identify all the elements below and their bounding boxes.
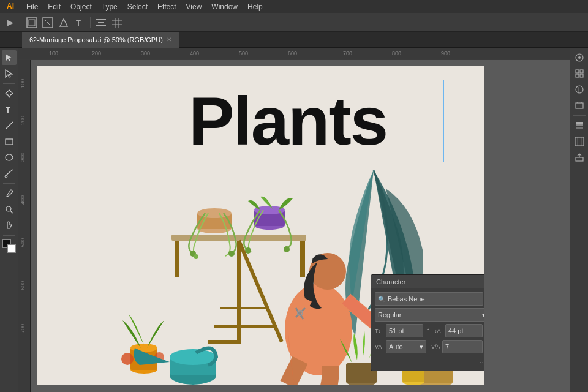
menu-window[interactable]: Window [207, 1, 242, 12]
tool-eyedropper[interactable] [2, 186, 17, 201]
svg-text:500: 500 [239, 50, 248, 56]
menubar: Ai File Edit Object Type Select Effect V… [0, 0, 588, 13]
tool-sep-3 [3, 235, 15, 236]
svg-rect-81 [576, 103, 583, 108]
svg-rect-90 [576, 157, 583, 161]
tracking-dropdown[interactable]: Auto ▾ [386, 340, 426, 353]
right-tool-export[interactable] [572, 150, 587, 165]
svg-text:300: 300 [20, 153, 26, 162]
svg-rect-38 [175, 241, 179, 277]
svg-text:700: 700 [343, 50, 352, 56]
font-size-input[interactable] [386, 324, 423, 337]
svg-line-14 [6, 122, 13, 129]
svg-point-56 [121, 353, 134, 365]
right-tool-libraries[interactable] [572, 66, 587, 81]
tool-select[interactable] [2, 50, 17, 65]
toolbar-grid-btn[interactable] [110, 16, 124, 29]
plants-title-container[interactable]: Plants [132, 80, 444, 162]
character-panel-close[interactable]: ⋯ [481, 277, 484, 285]
kerning-field[interactable] [445, 343, 480, 350]
tool-sep-1 [3, 83, 15, 84]
color-selector[interactable] [2, 239, 16, 253]
menu-file[interactable]: File [22, 1, 42, 12]
font-size-field[interactable] [389, 327, 420, 334]
svg-rect-87 [575, 137, 584, 146]
canvas-area: 100 200 300 400 500 600 700 800 900 100 … [18, 48, 570, 392]
toolbar-pen-icon[interactable] [57, 16, 70, 29]
svg-rect-78 [580, 74, 583, 77]
svg-text:i: i [578, 86, 579, 93]
svg-text:700: 700 [20, 324, 26, 333]
main-area: T [0, 48, 588, 392]
leading-icon: ↕A [434, 328, 443, 334]
toolbar-btn-1[interactable] [25, 16, 39, 29]
tool-line[interactable] [2, 118, 17, 133]
right-tool-layers[interactable] [572, 118, 587, 133]
tab-close-btn[interactable]: ✕ [167, 36, 172, 43]
toolbar-align-btn[interactable] [94, 16, 108, 29]
tool-ellipse[interactable] [2, 150, 17, 165]
svg-text:600: 600 [20, 281, 26, 290]
menu-effect[interactable]: Effect [153, 1, 180, 12]
character-panel-body: 🔍 Bebas Neue ▾ Regular ▾ T↕ [371, 288, 484, 371]
toolbar: ▶ T [0, 13, 588, 32]
svg-text:500: 500 [20, 238, 26, 247]
tool-type[interactable]: T [2, 102, 17, 117]
svg-point-50 [284, 246, 290, 252]
plants-title-text[interactable]: Plants [189, 87, 387, 156]
font-style-row: Regular ▾ [375, 308, 484, 322]
tool-rect[interactable] [2, 134, 17, 149]
menu-select[interactable]: Select [123, 1, 152, 12]
right-tool-sep [573, 115, 586, 116]
svg-rect-7 [98, 22, 104, 23]
font-size-stepper[interactable]: ⌃ [426, 328, 429, 334]
right-tool-cc-libraries[interactable] [572, 98, 587, 113]
right-tool-info[interactable]: i [572, 82, 587, 97]
font-style-value: Regular [378, 311, 402, 318]
svg-rect-75 [576, 70, 579, 73]
right-tools-panel: i [570, 48, 588, 392]
menu-view[interactable]: View [182, 1, 206, 12]
ruler-horizontal: 100 200 300 400 500 600 700 800 900 [18, 48, 570, 60]
font-search-icon: 🔍 [378, 296, 385, 303]
svg-text:100: 100 [49, 50, 58, 56]
kerning-input[interactable] [442, 340, 483, 353]
active-tab[interactable]: 62-Marriage Proposal.ai @ 50% (RGB/GPU) … [22, 32, 179, 48]
toolbar-type-icon[interactable]: T [73, 16, 86, 29]
menu-help[interactable]: Help [243, 1, 267, 12]
background-color[interactable] [7, 244, 16, 253]
tool-brush[interactable] [2, 166, 17, 181]
toolbar-select-icon[interactable]: ▶ [4, 16, 17, 29]
tool-zoom[interactable] [2, 202, 17, 217]
svg-text:900: 900 [441, 50, 450, 56]
menu-object[interactable]: Object [66, 1, 96, 12]
tool-pen[interactable] [2, 86, 17, 101]
svg-text:400: 400 [20, 195, 26, 205]
svg-text:800: 800 [392, 50, 401, 56]
leading-input[interactable] [445, 324, 483, 337]
tool-direct-select[interactable] [2, 66, 17, 81]
character-panel: Character ⋯ 🔍 Bebas Neue ▾ [371, 274, 484, 371]
svg-rect-84 [576, 127, 583, 129]
font-style-dropdown[interactable]: Regular ▾ [375, 308, 484, 322]
svg-text:T: T [6, 105, 10, 115]
svg-rect-6 [96, 19, 106, 20]
svg-rect-76 [580, 70, 583, 73]
menu-ai[interactable]: Ai [2, 0, 21, 13]
right-tool-artboards[interactable] [572, 134, 587, 149]
menu-type[interactable]: Type [97, 1, 122, 12]
tool-hand[interactable] [2, 218, 17, 233]
svg-rect-85 [576, 124, 583, 126]
svg-rect-2 [29, 20, 35, 26]
artboard: Plants [37, 66, 484, 385]
menu-edit[interactable]: Edit [43, 1, 65, 12]
svg-line-4 [45, 20, 50, 25]
font-search-box[interactable]: 🔍 Bebas Neue [375, 292, 483, 306]
right-tool-properties[interactable] [572, 50, 587, 65]
panel-options-dots[interactable]: ··· [375, 356, 484, 367]
svg-text:600: 600 [288, 50, 297, 56]
toolbar-btn-2[interactable] [41, 16, 55, 29]
svg-rect-8 [96, 25, 106, 26]
leading-field[interactable] [448, 327, 480, 334]
tracking-chevron: ▾ [420, 343, 423, 351]
